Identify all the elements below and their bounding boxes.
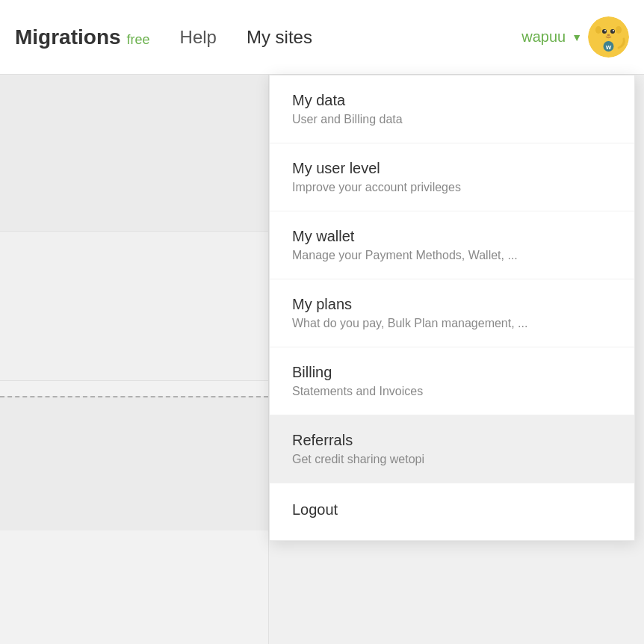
dropdown-item-my-data[interactable]: My data User and Billing data bbox=[270, 75, 634, 143]
migrations-label: Migrations bbox=[15, 25, 121, 49]
user-dropdown-menu: My data User and Billing data My user le… bbox=[269, 75, 635, 541]
dropdown-item-title-my-plans: My plans bbox=[292, 296, 612, 313]
dropdown-item-referrals[interactable]: Referrals Get credit sharing wetopi bbox=[270, 415, 634, 483]
svg-point-6 bbox=[610, 29, 615, 34]
dropdown-item-title-my-data: My data bbox=[292, 92, 612, 109]
dropdown-item-my-plans[interactable]: My plans What do you pay, Bulk Plan mana… bbox=[270, 279, 634, 347]
sidebar-panel-top bbox=[0, 75, 268, 232]
dropdown-item-subtitle-my-plans: What do you pay, Bulk Plan management, .… bbox=[292, 317, 612, 330]
svg-point-4 bbox=[616, 26, 622, 34]
main-content: My data User and Billing data My user le… bbox=[0, 75, 644, 644]
dropdown-item-subtitle-referrals: Get credit sharing wetopi bbox=[292, 453, 612, 466]
help-label: Help bbox=[180, 27, 217, 47]
svg-point-8 bbox=[613, 30, 614, 31]
dropdown-item-my-user-level[interactable]: My user level Improve your account privi… bbox=[270, 143, 634, 211]
dropdown-item-subtitle-my-wallet: Manage your Payment Methods, Wallet, ... bbox=[292, 249, 612, 262]
svg-point-5 bbox=[602, 29, 607, 34]
navbar: Migrations free Help My sites wapuu ▼ bbox=[0, 0, 644, 75]
chevron-down-icon: ▼ bbox=[572, 31, 582, 43]
sidebar-dashed-area bbox=[0, 396, 268, 530]
sidebar-panel-mid bbox=[0, 232, 268, 381]
dropdown-item-title-logout: Logout bbox=[292, 501, 612, 518]
username-label: wapuu bbox=[521, 28, 566, 46]
sidebar bbox=[0, 75, 269, 644]
svg-point-3 bbox=[595, 26, 601, 34]
svg-point-7 bbox=[604, 30, 606, 31]
dropdown-item-title-my-wallet: My wallet bbox=[292, 228, 612, 245]
svg-text:W: W bbox=[606, 44, 612, 51]
help-nav-item[interactable]: Help bbox=[180, 27, 217, 48]
dropdown-item-logout[interactable]: Logout bbox=[270, 483, 634, 540]
user-menu-trigger[interactable]: wapuu ▼ bbox=[521, 16, 629, 58]
dropdown-item-subtitle-my-user-level: Improve your account privileges bbox=[292, 181, 612, 194]
mysites-label: My sites bbox=[247, 27, 312, 47]
dropdown-item-my-wallet[interactable]: My wallet Manage your Payment Methods, W… bbox=[270, 211, 634, 279]
free-badge: free bbox=[127, 32, 150, 48]
svg-point-2 bbox=[599, 23, 619, 43]
dropdown-item-title-billing: Billing bbox=[292, 364, 612, 381]
mysites-nav-item[interactable]: My sites bbox=[247, 27, 312, 48]
dropdown-item-subtitle-billing: Statements and Invoices bbox=[292, 385, 612, 398]
dropdown-item-billing[interactable]: Billing Statements and Invoices bbox=[270, 347, 634, 415]
dropdown-item-title-my-user-level: My user level bbox=[292, 160, 612, 177]
dropdown-item-title-referrals: Referrals bbox=[292, 432, 612, 449]
svg-point-9 bbox=[607, 34, 610, 37]
dropdown-item-subtitle-my-data: User and Billing data bbox=[292, 113, 612, 126]
avatar: W bbox=[588, 16, 629, 58]
migrations-nav-item[interactable]: Migrations free bbox=[15, 25, 150, 49]
